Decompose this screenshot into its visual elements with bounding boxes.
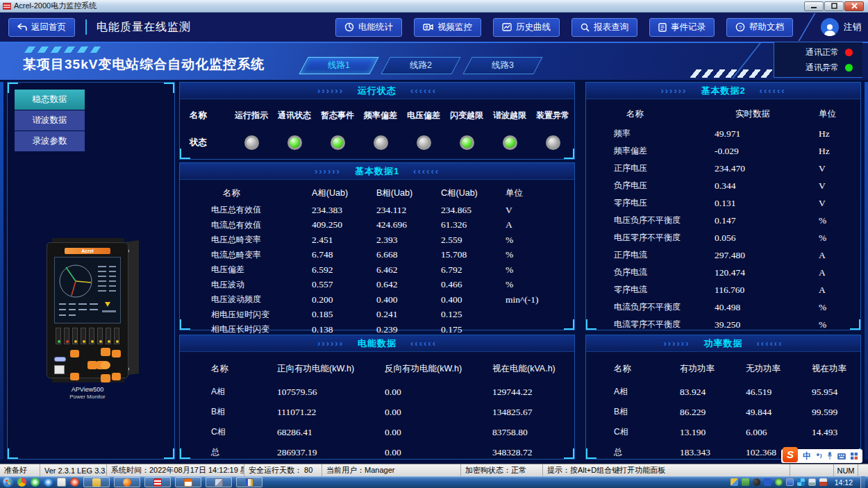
- status-led: [331, 135, 345, 150]
- svg-text:?: ?: [739, 24, 742, 31]
- sidebar-item-harmonic-data[interactable]: 谐波数据: [15, 110, 85, 131]
- screen: Acrel-2000电力监控系统 返回首页 电能质量在线监测 电能统计 视频监控: [0, 0, 868, 488]
- tray-icon-qq[interactable]: [786, 478, 794, 486]
- status-led: [460, 135, 474, 150]
- panel-basic-data-2: ›››››› 基本数据2 ‹‹‹‹‹‹ 名称实时数据单位 频率 49.971 H…: [585, 82, 861, 330]
- logout-button[interactable]: 注销: [821, 18, 861, 36]
- status-led: [503, 135, 517, 150]
- taskbar-icon-browser-green[interactable]: [31, 478, 40, 487]
- run-status-label: 暂态事件: [316, 110, 359, 121]
- start-button[interactable]: [3, 477, 13, 487]
- maximize-button[interactable]: [824, 1, 844, 11]
- taskbar-clock[interactable]: 14:12: [831, 478, 857, 487]
- lang-mode-icon[interactable]: 中: [803, 451, 811, 462]
- sidebar-item-wave-params[interactable]: 录波参数: [15, 131, 85, 151]
- arrows-left: ‹‹‹‹‹‹: [757, 338, 783, 348]
- status-led: [374, 135, 388, 150]
- legend-item: 通讯正常: [774, 47, 853, 58]
- taskbar-app-explorer[interactable]: [83, 477, 110, 487]
- table-row: 频率偏差 -0.029 Hz: [586, 142, 860, 160]
- taskbar-icon-chrome[interactable]: [17, 478, 26, 487]
- panel-header: ›››››› 基本数据2 ‹‹‹‹‹‹: [586, 83, 860, 99]
- table-row: 电压波动 0.557 0.642 0.466 %: [180, 278, 574, 293]
- status-led: [244, 135, 259, 150]
- table-row: 零序电压 0.131 V: [586, 194, 860, 212]
- curve-chart-icon: [502, 23, 512, 31]
- table-header: 名称A相(Uab)B相(Uab)C相(Uab)单位: [180, 183, 574, 203]
- history-curve-button[interactable]: 历史曲线: [493, 18, 560, 37]
- row-label-state: 状态: [180, 137, 230, 149]
- input-method-bar: S 中: [781, 449, 862, 463]
- table-row: 电压零序不平衡度 0.056 %: [586, 229, 860, 246]
- magnifier-icon: [581, 23, 590, 32]
- sidebar-item-steady-data[interactable]: 稳态数据: [15, 90, 85, 110]
- status-bar: 准备好 Ver 2.3.1 LEG 3.3.18 系统时间：2022年08月17…: [0, 464, 868, 476]
- tray-icon-swoosh[interactable]: [753, 478, 760, 486]
- tray-icon-misc[interactable]: [731, 478, 738, 486]
- decor-stripes: [24, 47, 101, 53]
- run-status-label: 闪变越限: [445, 110, 488, 121]
- taskbar-app-firefox[interactable]: [114, 477, 140, 487]
- panel-basic-data-1: ›››››› 基本数据1 ‹‹‹‹‹‹ 名称A相(Uab)B相(Uab)C相(U…: [179, 162, 575, 330]
- sogou-logo-icon[interactable]: S: [783, 447, 798, 462]
- taskbar-app-media[interactable]: [236, 477, 262, 487]
- tab-line2[interactable]: 线路2: [381, 57, 460, 74]
- panel-header: ›››››› 运行状态 ‹‹‹‹‹‹: [180, 83, 574, 99]
- table-header: 名称正向有功电能(kW.h)反向有功电能(kW.h)视在电能(kVA.h): [180, 355, 574, 382]
- tray-icon-folder[interactable]: [742, 478, 749, 486]
- video-monitor-button[interactable]: 视频监控: [414, 18, 481, 37]
- tray-icon-network[interactable]: [808, 478, 816, 486]
- taskbar-app-tools[interactable]: [206, 477, 232, 487]
- energy-stats-button[interactable]: 电能统计: [335, 18, 402, 37]
- nav-divider: [85, 19, 87, 35]
- comm-status-legend: 通讯正常 通讯异常: [774, 42, 862, 78]
- run-status-led-cell: [359, 135, 402, 150]
- tab-line1[interactable]: 线路1: [299, 57, 378, 74]
- table-row: C相 13.190 6.006 14.493: [586, 422, 860, 442]
- back-arrow-icon: [17, 23, 27, 31]
- taskbar-app-calendar[interactable]: [175, 477, 201, 487]
- edge-glow-right: [865, 82, 868, 460]
- taskbar-icon-app[interactable]: [57, 478, 66, 487]
- arrows-left: ‹‹‹‹‹‹: [410, 85, 437, 96]
- minimize-button[interactable]: [804, 1, 824, 11]
- line-tabs: 线路1 线路2 线路3: [303, 57, 538, 74]
- taskbar-app-acrel[interactable]: [144, 477, 171, 487]
- run-status-led-cell: [273, 135, 316, 150]
- punctuation-icon[interactable]: [816, 450, 822, 462]
- arrows-right: ››››››: [315, 166, 341, 176]
- tray-icon-volume-muted[interactable]: [819, 478, 827, 486]
- run-status-label: 通讯状态: [273, 110, 316, 121]
- run-status-label: 谐波越限: [488, 110, 531, 121]
- status-tip: 提示：按Alt+D组合键打开功能面板: [543, 464, 790, 476]
- panel-power-data: ›››››› 功率数据 ‹‹‹‹‹‹ 名称有功功率无功功率视在功率 A相 83.…: [585, 335, 861, 460]
- help-doc-button[interactable]: ? 帮助文档: [726, 18, 793, 37]
- table-row: 电压波动频度 0.200 0.400 0.400 min^(-1): [180, 292, 574, 308]
- back-home-button[interactable]: 返回首页: [8, 18, 75, 37]
- table-row: 正序电流 297.480 A: [586, 246, 860, 264]
- pie-clock-icon: [344, 22, 354, 32]
- ethernet-port: [54, 365, 65, 374]
- tab-line3[interactable]: 线路3: [462, 57, 542, 74]
- edge-glow-left: [0, 82, 3, 460]
- legend-label: 通讯异常: [806, 62, 839, 74]
- status-resize-grip: [858, 464, 868, 476]
- toolbox-icon[interactable]: [851, 450, 858, 462]
- status-led: [287, 135, 302, 150]
- window-title: Acrel-2000电力监控系统: [14, 1, 97, 11]
- microphone-icon[interactable]: [827, 450, 833, 462]
- event-record-button[interactable]: 事件记录: [649, 18, 715, 37]
- table-row: 电流零序不平衡度 39.250 %: [586, 316, 860, 333]
- tray-icon-expand[interactable]: [797, 478, 805, 486]
- show-desktop-button[interactable]: [860, 476, 865, 488]
- taskbar-icon-sogou[interactable]: [70, 478, 79, 487]
- tray-icon-shield[interactable]: [775, 478, 783, 486]
- tray-icon-bluetooth[interactable]: [764, 478, 771, 486]
- keyboard-icon[interactable]: [837, 450, 846, 462]
- report-query-button[interactable]: 报表查询: [571, 18, 637, 37]
- device-screen: [54, 257, 121, 323]
- device-face: Acrel: [47, 242, 128, 378]
- close-button[interactable]: [844, 1, 864, 11]
- device-dpad: [86, 348, 108, 382]
- taskbar-icon-ie[interactable]: [44, 478, 53, 487]
